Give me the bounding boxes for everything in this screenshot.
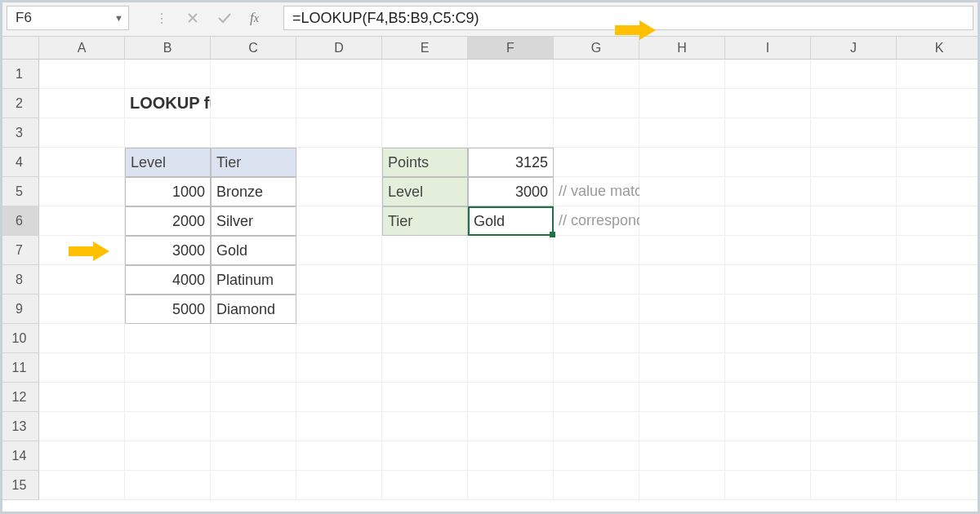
cell[interactable] [897,148,980,177]
cell[interactable] [639,148,725,177]
cell[interactable] [211,471,296,500]
lookup-tier[interactable]: Bronze [211,177,296,206]
cell[interactable] [725,118,811,148]
cell[interactable] [468,118,554,148]
cell[interactable] [125,118,211,148]
cell[interactable] [725,471,811,500]
cell[interactable] [39,206,125,236]
cell[interactable] [639,383,725,412]
cell[interactable] [811,60,897,89]
cell[interactable] [39,412,125,441]
result-label[interactable]: Tier [382,206,468,236]
cell[interactable] [897,353,980,383]
cell[interactable] [211,412,296,441]
cell[interactable] [811,177,897,206]
cell[interactable] [468,383,554,412]
cell[interactable] [639,412,725,441]
cell[interactable] [897,89,980,118]
cell[interactable] [639,295,725,324]
table-header-level[interactable]: Level [125,148,211,177]
cell[interactable] [382,471,468,500]
cell[interactable] [382,353,468,383]
col-header[interactable]: D [296,37,382,59]
cell[interactable] [897,60,980,89]
cell[interactable] [211,324,296,353]
cell[interactable] [811,118,897,148]
cell[interactable] [725,441,811,471]
cell[interactable] [897,118,980,148]
cell[interactable] [897,324,980,353]
cell[interactable] [125,324,211,353]
cell[interactable] [468,60,554,89]
row-header[interactable]: 9 [0,295,39,324]
cell[interactable] [39,60,125,89]
cell[interactable] [382,324,468,353]
cell[interactable] [39,295,125,324]
cell[interactable] [125,471,211,500]
cell[interactable] [897,265,980,295]
cell[interactable] [382,60,468,89]
row-header[interactable]: 6 [0,206,39,236]
cell[interactable] [382,412,468,441]
cell[interactable] [554,471,639,500]
cell[interactable] [811,89,897,118]
cell[interactable] [382,89,468,118]
cell[interactable] [554,60,639,89]
col-header[interactable]: F [468,37,554,59]
enter-icon[interactable] [217,11,232,24]
cell[interactable] [725,265,811,295]
cell[interactable] [554,412,639,441]
cell[interactable] [468,265,554,295]
cell[interactable] [897,383,980,412]
cell[interactable] [725,324,811,353]
cell[interactable] [39,383,125,412]
cell[interactable] [468,471,554,500]
lookup-tier[interactable]: Diamond [211,295,296,324]
cell[interactable] [296,441,382,471]
cell[interactable] [211,383,296,412]
cell[interactable] [897,295,980,324]
cell[interactable] [639,353,725,383]
cell[interactable] [554,324,639,353]
cell[interactable] [811,265,897,295]
col-header[interactable]: J [811,37,897,59]
cell[interactable] [811,148,897,177]
cell[interactable] [639,89,725,118]
cell[interactable] [211,89,296,118]
row-header[interactable]: 7 [0,236,39,265]
cell[interactable] [811,383,897,412]
cell[interactable] [39,177,125,206]
cell[interactable] [211,118,296,148]
row-header[interactable]: 15 [0,471,39,500]
cell[interactable] [897,471,980,500]
cell[interactable] [296,118,382,148]
select-all-triangle[interactable] [0,37,39,59]
cell[interactable] [811,206,897,236]
cell[interactable] [811,236,897,265]
cell[interactable] [382,295,468,324]
cell[interactable] [382,383,468,412]
result-value[interactable]: 3000 [468,177,554,206]
lookup-level[interactable]: 5000 [125,295,211,324]
cell[interactable] [468,295,554,324]
cell[interactable] [897,441,980,471]
cell[interactable] [39,441,125,471]
row-header[interactable]: 2 [0,89,39,118]
cell[interactable] [468,412,554,441]
cell[interactable] [811,353,897,383]
row-header[interactable]: 13 [0,412,39,441]
result-label[interactable]: Points [382,148,468,177]
cell[interactable] [125,412,211,441]
cell[interactable] [811,295,897,324]
cell[interactable] [211,60,296,89]
cell[interactable] [296,412,382,441]
cell[interactable] [554,118,639,148]
cell[interactable] [382,265,468,295]
row-header[interactable]: 4 [0,148,39,177]
cell[interactable] [897,177,980,206]
cell[interactable] [554,148,639,177]
cell[interactable] [639,441,725,471]
col-header[interactable]: A [39,37,125,59]
cell[interactable] [468,324,554,353]
cell[interactable] [296,206,382,236]
